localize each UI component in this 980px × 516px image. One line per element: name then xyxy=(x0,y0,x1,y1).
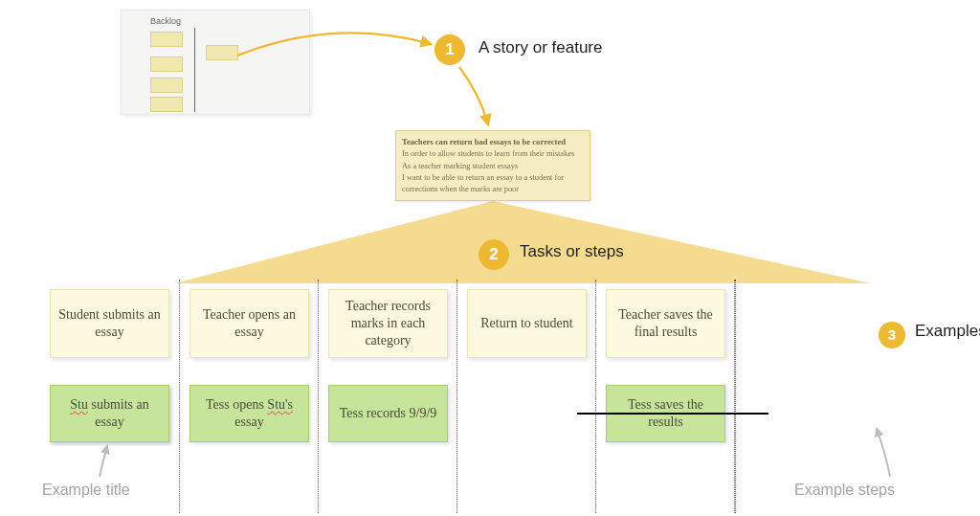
column: Teacher saves the final results Tess sav… xyxy=(595,280,734,513)
story-line: In order to allow students to learn from… xyxy=(402,148,584,160)
example-sticky: Tess records 9/9/9 xyxy=(328,385,448,442)
task-sticky: Return to student xyxy=(467,289,587,358)
badge-1-label: A story or feature xyxy=(479,38,602,57)
task-text: Student submits an essay xyxy=(56,306,163,341)
column: Teacher records marks in each category T… xyxy=(318,280,457,513)
example-sticky: Stu submits an essay xyxy=(50,385,169,442)
columns: Student submits an essay Stu submits an … xyxy=(40,280,736,513)
task-sticky: Student submits an essay xyxy=(50,289,169,358)
badge-3-label: Examples xyxy=(915,322,980,341)
mini-sticky xyxy=(150,56,183,72)
task-text: Teacher records marks in each category xyxy=(335,298,441,350)
column: Teacher opens an essay Tess opens Stu's … xyxy=(179,280,318,513)
example-connector xyxy=(577,413,768,415)
caption-example-title: Example title xyxy=(42,482,130,499)
mini-sticky xyxy=(150,97,183,112)
task-text: Teacher opens an essay xyxy=(196,306,302,341)
task-text: Teacher saves the final results xyxy=(612,306,719,341)
badge-3: 3 xyxy=(879,322,905,348)
column-end xyxy=(734,280,736,513)
task-sticky: Teacher saves the final results xyxy=(606,289,725,358)
caption-example-steps: Example steps xyxy=(794,482,895,499)
story-card: Teachers can return bad essays to be cor… xyxy=(395,130,590,201)
mini-sticky xyxy=(150,78,183,93)
column: Student submits an essay Stu submits an … xyxy=(40,280,179,513)
backlog-divider xyxy=(194,28,195,112)
backlog-title: Backlog xyxy=(150,16,181,26)
mini-sticky xyxy=(150,32,183,47)
task-text: Return to student xyxy=(480,315,572,332)
mini-sticky-selected xyxy=(206,45,238,60)
backlog-panel: Backlog xyxy=(121,10,310,115)
badge-2-label: Tasks or steps xyxy=(520,242,624,261)
task-sticky: Teacher opens an essay xyxy=(189,289,309,358)
example-text: Tess opens Stu's essay xyxy=(196,396,302,431)
story-line: I want to be able to return an essay to … xyxy=(402,172,584,195)
example-sticky: Tess opens Stu's essay xyxy=(189,385,309,442)
badge-1: 1 xyxy=(434,34,465,65)
badge-2: 2 xyxy=(479,239,509,270)
story-title: Teachers can return bad essays to be cor… xyxy=(402,136,584,147)
column: Return to student xyxy=(457,280,595,513)
story-line: As a teacher marking student essays xyxy=(402,161,584,172)
task-sticky: Teacher records marks in each category xyxy=(328,289,448,358)
example-text: Tess records 9/9/9 xyxy=(340,405,437,422)
example-text: Stu submits an essay xyxy=(56,396,163,431)
